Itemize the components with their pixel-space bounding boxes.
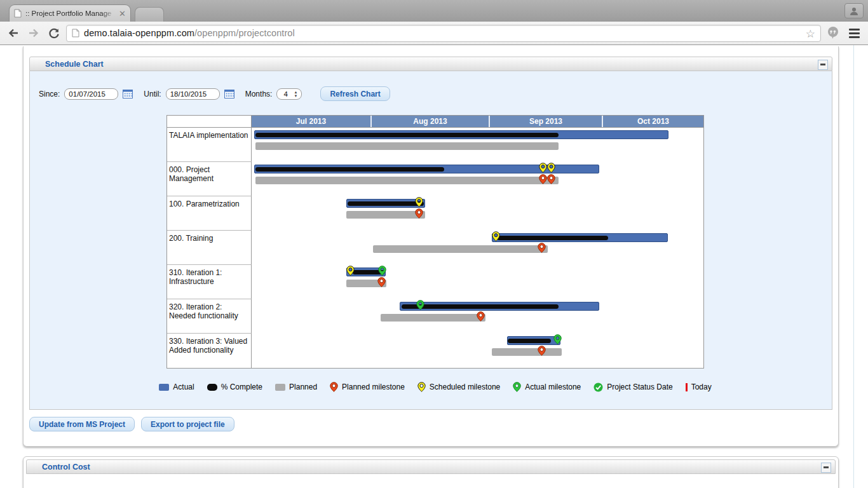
menu-button[interactable] — [845, 25, 863, 41]
legend-item: % Complete — [207, 383, 262, 391]
new-tab-button[interactable] — [135, 7, 164, 22]
task-label: 100. Parametrization — [167, 196, 252, 231]
until-label: Until: — [144, 90, 161, 98]
control-cost-header: Control Cost — [26, 459, 836, 474]
legend-label: Actual milestone — [525, 383, 581, 391]
speech-bubble-icon — [827, 26, 839, 40]
today-marker-icon — [686, 383, 688, 391]
url-bar[interactable]: demo.talaia-openppm.com/openppm/projectc… — [66, 25, 821, 42]
browser-chrome: :: Project Portfolio Manage ✕ — [0, 0, 868, 45]
reload-icon — [48, 27, 60, 39]
percent-complete-bar — [255, 133, 559, 137]
scheduled-milestone-icon — [539, 163, 547, 173]
percent-complete-bar — [255, 167, 444, 172]
gantt-row: 200. Training — [167, 231, 703, 265]
actual-swatch-icon — [159, 384, 169, 391]
gantt-row: 100. Parametrization — [167, 196, 703, 231]
legend-item: Scheduled milestone — [417, 382, 500, 392]
extension-button[interactable] — [825, 25, 841, 41]
schedule-footer-buttons: Update from MS Project Export to project… — [29, 417, 234, 431]
update-from-ms-project-button[interactable]: Update from MS Project — [29, 417, 135, 431]
planned-swatch-icon — [275, 384, 285, 391]
task-timeline — [252, 299, 703, 334]
spinner-arrows-icon: ▲▼ — [294, 90, 297, 98]
planned-bar — [381, 314, 485, 322]
scheduled-milestone-icon — [547, 163, 555, 173]
schedule-collapse-button[interactable] — [818, 60, 828, 70]
planned-milestone-icon — [330, 382, 338, 392]
percent-complete-bar — [497, 236, 608, 240]
back-button[interactable] — [5, 25, 22, 41]
task-timeline — [252, 128, 703, 162]
export-to-project-file-button[interactable]: Export to project file — [141, 417, 234, 431]
control-cost-card: Control Cost — [23, 456, 839, 488]
planned-milestone-icon — [538, 243, 546, 253]
url-path: /openppm/projectcontrol — [194, 28, 295, 38]
until-calendar-icon[interactable] — [224, 90, 234, 98]
gantt-row: 330. Iteration 3: Valued Added functiona… — [167, 334, 703, 368]
scheduled-milestone-icon — [415, 197, 423, 207]
refresh-chart-button[interactable]: Refresh Chart — [320, 86, 390, 101]
task-label: 000. Project Management — [167, 162, 252, 196]
planned-milestone-icon — [415, 208, 423, 219]
planned-bar — [373, 245, 548, 253]
task-timeline — [252, 196, 703, 231]
task-label: TALAIA implementation — [167, 128, 252, 162]
actual-milestone-icon — [416, 300, 424, 310]
schedule-panel-header: Schedule Chart — [29, 57, 832, 71]
profile-button[interactable] — [844, 3, 864, 18]
task-label: 330. Iteration 3: Valued Added functiona… — [167, 334, 252, 368]
url-page-icon — [72, 29, 79, 37]
page-right-border — [853, 45, 854, 488]
legend-item: Actual — [159, 383, 194, 391]
planned-milestone-icon — [547, 174, 555, 184]
task-label: 320. Iteration 2: Needed functionality — [167, 299, 252, 334]
gantt-header-row: Jul 2013Aug 2013Sep 2013Oct 2013 — [167, 116, 703, 128]
user-icon — [849, 6, 859, 16]
planned-milestone-icon — [539, 174, 547, 184]
gantt-corner-cell — [167, 116, 252, 127]
since-label: Since: — [39, 90, 60, 98]
percent-complete-bar — [348, 201, 424, 206]
percent-complete-bar — [508, 339, 551, 343]
task-timeline — [252, 162, 703, 196]
reload-button[interactable] — [46, 25, 62, 41]
month-header-cell: Aug 2013 — [370, 116, 489, 127]
planned-bar — [492, 348, 562, 356]
task-timeline — [252, 231, 703, 265]
control-cost-collapse-button[interactable] — [821, 463, 831, 473]
browser-tab[interactable]: :: Project Portfolio Manage ✕ — [9, 4, 131, 22]
gantt-row: 320. Iteration 2: Needed functionality — [167, 299, 703, 334]
tab-title: :: Project Portfolio Manage — [25, 10, 115, 17]
schedule-panel-title: Schedule Chart — [30, 57, 832, 71]
legend-item: Planned — [275, 383, 317, 391]
legend-item: Planned milestone — [330, 382, 405, 392]
legend-label: Scheduled milestone — [430, 383, 500, 391]
actual-milestone-icon — [378, 266, 386, 276]
minus-icon — [824, 466, 829, 468]
planned-bar — [255, 142, 559, 150]
legend-label: Planned milestone — [342, 383, 405, 391]
web-page: Schedule Chart Since: Until: — [0, 45, 868, 488]
gantt-header: Jul 2013Aug 2013Sep 2013Oct 2013 — [252, 116, 703, 127]
actual-milestone-icon — [553, 334, 562, 344]
planned-milestone-icon — [377, 277, 386, 287]
bookmark-star-icon[interactable]: ☆ — [806, 27, 815, 41]
until-input[interactable] — [166, 88, 220, 100]
chart-filter-form: Since: Until: — [39, 86, 390, 101]
gantt-row: TALAIA implementation — [167, 128, 703, 162]
favicon-page-icon — [14, 9, 22, 18]
forward-button[interactable] — [25, 25, 42, 41]
since-calendar-icon[interactable] — [123, 90, 133, 98]
url-domain: demo.talaia-openppm.com — [84, 28, 194, 38]
scheduled-milestone-icon — [417, 382, 426, 392]
tab-close-icon[interactable]: ✕ — [119, 10, 126, 18]
gantt-row: 310. Iteration 1: Infrastructure — [167, 265, 703, 299]
since-input[interactable] — [64, 88, 118, 100]
gantt-row: 000. Project Management — [167, 162, 703, 196]
months-select[interactable]: 4 ▲▼ — [276, 88, 302, 100]
gantt-rows: TALAIA implementation000. Project Manage… — [167, 128, 703, 368]
scheduled-milestone-icon — [346, 266, 355, 276]
month-header-cell: Jul 2013 — [252, 116, 370, 127]
percent-complete-bar — [402, 304, 559, 309]
